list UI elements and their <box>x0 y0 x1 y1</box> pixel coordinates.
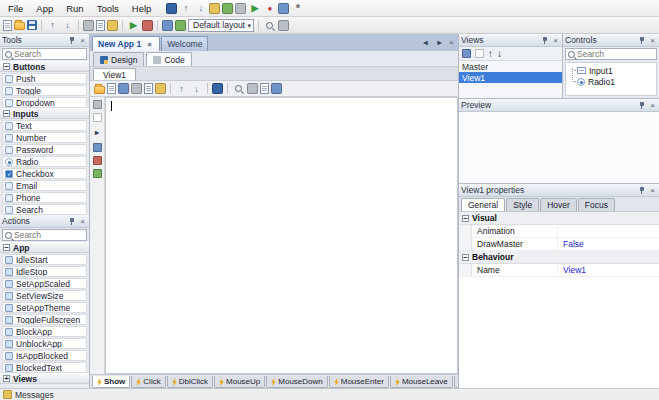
controls-search[interactable] <box>565 48 657 60</box>
tool-item-number[interactable]: Number <box>2 132 87 143</box>
close-icon[interactable] <box>648 101 657 110</box>
insert-icon[interactable] <box>118 83 129 94</box>
section-views[interactable]: Views <box>0 373 89 384</box>
tab-style[interactable]: Style <box>506 198 539 211</box>
action-item-unblockapp[interactable]: UnblockApp <box>2 338 87 349</box>
pin-icon[interactable] <box>68 36 76 45</box>
event-tab-keyup[interactable]: KeyUp <box>454 376 458 388</box>
record-icon[interactable] <box>263 2 276 15</box>
close-icon[interactable] <box>78 36 87 45</box>
snippet-icon[interactable] <box>93 143 102 152</box>
event-tab-mouseleave[interactable]: MouseLeave <box>390 376 453 388</box>
upload-icon[interactable] <box>179 2 192 15</box>
save-icon[interactable] <box>27 20 37 30</box>
close-document-icon[interactable] <box>447 38 456 47</box>
menu-app[interactable]: App <box>30 2 59 15</box>
menu-run[interactable]: Run <box>60 2 89 15</box>
pointer-icon[interactable] <box>91 126 104 139</box>
menu-help[interactable]: Help <box>126 2 158 15</box>
package-icon[interactable] <box>209 3 220 14</box>
tab-code[interactable]: Code <box>146 52 191 66</box>
collapse-icon[interactable] <box>3 110 10 117</box>
format-icon[interactable] <box>212 83 223 94</box>
tool-item-password[interactable]: Password <box>2 144 87 155</box>
monitor-icon[interactable] <box>166 3 177 14</box>
action-item-setviewsize[interactable]: SetViewSize <box>2 290 87 301</box>
tab-general[interactable]: General <box>461 198 505 211</box>
settings-icon[interactable] <box>278 20 289 31</box>
prop-row-name[interactable]: Name View1 <box>459 264 659 277</box>
download-icon[interactable] <box>194 2 207 15</box>
action-item-togglefullscreen[interactable]: ToggleFullscreen <box>2 314 87 325</box>
image-icon[interactable] <box>175 20 186 31</box>
tool-item-dropdown[interactable]: Dropdown <box>2 97 87 108</box>
tab-hover[interactable]: Hover <box>540 198 577 211</box>
view-list-item-master[interactable]: Master <box>459 61 562 72</box>
tools-search-input[interactable] <box>14 49 84 59</box>
event-tab-click[interactable]: Click <box>131 376 165 388</box>
paste-icon[interactable] <box>107 20 118 31</box>
tools-search[interactable] <box>2 48 87 60</box>
duplicate-view-icon[interactable] <box>475 49 484 58</box>
event-tab-mousedown[interactable]: MouseDown <box>266 376 327 388</box>
messages-tab[interactable]: Messages <box>15 390 54 400</box>
search-icon[interactable] <box>263 19 276 32</box>
doc-tab-new-app-1[interactable]: New App 1 <box>92 36 160 51</box>
tool-item-radio[interactable]: Radio <box>2 156 87 167</box>
tool-item-checkbox[interactable]: Checkbox <box>2 168 87 179</box>
tool-item-search[interactable]: Search <box>2 204 87 215</box>
close-icon[interactable] <box>78 217 87 226</box>
open-icon[interactable] <box>14 22 25 30</box>
grid-icon[interactable] <box>162 20 173 31</box>
print-icon[interactable] <box>260 83 269 94</box>
action-item-idlestop[interactable]: IdleStop <box>2 266 87 277</box>
close-icon[interactable] <box>551 36 560 45</box>
actions-search-input[interactable] <box>14 230 84 240</box>
menu-file[interactable]: File <box>2 2 29 15</box>
copy-icon[interactable] <box>144 83 153 94</box>
tree-item-input1[interactable]: Input1 <box>568 65 654 76</box>
open-icon[interactable] <box>94 86 105 94</box>
error-list-icon[interactable] <box>93 156 102 165</box>
grid-toggle-icon[interactable] <box>93 100 102 109</box>
event-tab-mouseenter[interactable]: MouseEnter <box>329 376 389 388</box>
controls-search-input[interactable] <box>577 49 654 59</box>
collapse-icon[interactable] <box>462 254 469 261</box>
tree-item-radio1[interactable]: Radio1 <box>568 76 654 87</box>
tool-item-phone[interactable]: Phone <box>2 192 87 203</box>
bookmark-icon[interactable] <box>247 83 258 94</box>
settings-icon[interactable] <box>291 2 304 15</box>
scroll-right-icon[interactable] <box>433 36 446 49</box>
action-item-isappblocked[interactable]: IsAppBlocked <box>2 350 87 361</box>
close-icon[interactable] <box>648 36 657 45</box>
move-down-icon[interactable]: ↓ <box>497 49 502 59</box>
tool-item-text[interactable]: Text <box>2 120 87 131</box>
event-tab-mouseup[interactable]: MouseUp <box>214 376 265 388</box>
undo-icon[interactable] <box>175 82 188 95</box>
collapse-icon[interactable] <box>462 215 469 222</box>
scroll-left-icon[interactable] <box>419 36 432 49</box>
doc-tab-welcome[interactable]: Welcome <box>161 36 208 51</box>
pin-icon[interactable] <box>68 217 76 226</box>
tab-design[interactable]: Design <box>93 52 144 66</box>
cursor-tool-icon[interactable] <box>93 113 102 122</box>
paste-icon[interactable] <box>155 83 166 94</box>
view-list-item-view1[interactable]: View1 <box>459 72 562 83</box>
tab-focus[interactable]: Focus <box>578 198 615 211</box>
layout-combo[interactable]: Default layout <box>188 19 254 32</box>
prop-row-drawmaster[interactable]: DrawMaster False <box>459 238 659 251</box>
collapse-icon[interactable] <box>3 63 10 70</box>
tab-view1[interactable]: View1 <box>93 68 136 80</box>
pin-icon[interactable] <box>541 36 549 45</box>
section-inputs[interactable]: Inputs <box>0 108 89 119</box>
action-item-setappscaled[interactable]: SetAppScaled <box>2 278 87 289</box>
tool-item-push[interactable]: Push <box>2 73 87 84</box>
stop-icon[interactable] <box>142 20 153 31</box>
add-view-icon[interactable] <box>462 49 471 58</box>
section-buttons[interactable]: Buttons <box>0 61 89 72</box>
redo-icon[interactable] <box>61 19 74 32</box>
help-icon[interactable] <box>271 83 282 94</box>
expand-icon[interactable] <box>3 375 10 382</box>
menu-tools[interactable]: Tools <box>91 2 125 15</box>
layout-icon[interactable] <box>278 3 289 14</box>
